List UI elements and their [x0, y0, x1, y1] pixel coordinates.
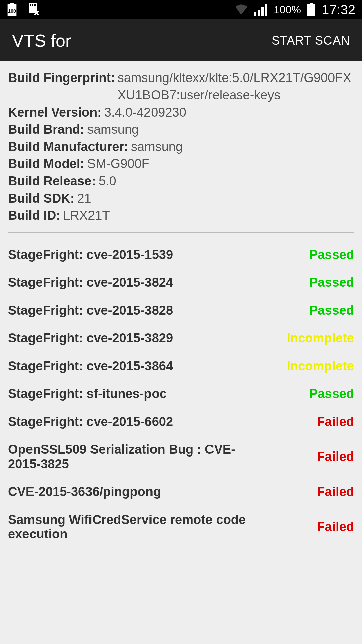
info-value: SM-G900F	[87, 155, 149, 172]
test-name: Samsung WifiCredService remote code exec…	[8, 513, 280, 541]
test-status: Failed	[280, 485, 354, 499]
info-label: Build SDK:	[8, 190, 74, 207]
test-name: StageFright: cve-2015-3829	[8, 331, 280, 345]
battery-small-icon: 100	[7, 3, 17, 16]
signal-icon	[254, 4, 267, 16]
info-label: Build Fingerprint:	[8, 69, 115, 87]
info-label: Build Model:	[8, 155, 84, 172]
svg-rect-0	[10, 3, 14, 4]
test-row[interactable]: StageFright: cve-2015-1539Passed	[8, 241, 354, 269]
clock: 17:32	[322, 2, 355, 17]
divider	[8, 232, 354, 233]
info-row-release: Build Release: 5.0	[8, 173, 354, 190]
info-label: Build Manufacturer:	[8, 138, 128, 155]
svg-text:100: 100	[8, 8, 16, 14]
test-name: StageFright: cve-2015-6602	[8, 415, 280, 429]
info-value: 21	[77, 190, 91, 207]
test-name: StageFright: cve-2015-3864	[8, 359, 280, 373]
info-value: samsung	[131, 138, 183, 155]
status-bar: 100	[0, 0, 362, 19]
wifi-icon	[235, 4, 248, 16]
app-title: VTS for	[12, 31, 71, 51]
info-row-fingerprint: Build Fingerprint: samsung/kltexx/klte:5…	[8, 69, 354, 104]
test-row[interactable]: StageFright: sf-itunes-pocPassed	[8, 380, 354, 408]
info-value: 5.0	[99, 173, 116, 190]
info-label: Build Release:	[8, 173, 96, 190]
battery-percent: 100%	[274, 4, 301, 16]
svg-rect-3	[30, 4, 31, 6]
svg-rect-10	[265, 4, 267, 16]
svg-rect-9	[261, 7, 264, 16]
info-value: 3.4.0-4209230	[104, 104, 186, 121]
info-value: samsung	[87, 121, 139, 138]
test-row[interactable]: StageFright: cve-2015-3864Incomplete	[8, 352, 354, 380]
test-row[interactable]: OpenSSL509 Serialization Bug : CVE-2015-…	[8, 436, 354, 478]
test-name: StageFright: cve-2015-3828	[8, 303, 280, 318]
svg-rect-8	[258, 10, 260, 16]
svg-rect-12	[307, 4, 315, 16]
test-name: StageFright: cve-2015-1539	[8, 248, 280, 262]
test-name: StageFright: cve-2015-3824	[8, 275, 280, 290]
svg-rect-6	[35, 4, 36, 6]
info-label: Build Brand:	[8, 121, 84, 138]
test-row[interactable]: StageFright: cve-2015-3824Passed	[8, 269, 354, 297]
sd-card-error-icon	[27, 3, 39, 16]
start-scan-button[interactable]: START SCAN	[272, 34, 350, 48]
test-row[interactable]: CVE-2015-3636/pingpongFailed	[8, 478, 354, 506]
test-status: Failed	[280, 415, 354, 429]
device-info: Build Fingerprint: samsung/kltexx/klte:5…	[8, 69, 354, 230]
info-row-buildid: Build ID: LRX21T	[8, 207, 354, 224]
test-status: Incomplete	[280, 359, 354, 373]
test-name: OpenSSL509 Serialization Bug : CVE-2015-…	[8, 442, 280, 471]
info-value: LRX21T	[63, 207, 110, 224]
test-status: Passed	[280, 275, 354, 290]
battery-icon	[307, 3, 316, 16]
info-label: Build ID:	[8, 207, 60, 224]
svg-rect-7	[254, 12, 256, 16]
test-row[interactable]: StageFright: cve-2015-3829Incomplete	[8, 324, 354, 352]
status-left: 100	[7, 3, 39, 16]
info-row-sdk: Build SDK: 21	[8, 190, 354, 207]
test-list: StageFright: cve-2015-1539PassedStageFri…	[8, 241, 354, 548]
test-row[interactable]: StageFright: cve-2015-6602Failed	[8, 408, 354, 436]
info-row-model: Build Model: SM-G900F	[8, 155, 354, 172]
svg-rect-5	[34, 4, 35, 6]
content: Build Fingerprint: samsung/kltexx/klte:5…	[0, 61, 362, 556]
action-bar: VTS for START SCAN	[0, 19, 362, 61]
test-status: Passed	[280, 303, 354, 318]
info-row-manufacturer: Build Manufacturer: samsung	[8, 138, 354, 155]
test-status: Failed	[280, 520, 354, 534]
test-row[interactable]: Samsung WifiCredService remote code exec…	[8, 506, 354, 548]
test-name: StageFright: sf-itunes-poc	[8, 387, 280, 401]
info-row-kernel: Kernel Version: 3.4.0-4209230	[8, 104, 354, 121]
test-status: Incomplete	[280, 331, 354, 345]
info-label: Kernel Version:	[8, 104, 102, 121]
test-status: Passed	[280, 248, 354, 262]
svg-rect-4	[32, 4, 33, 6]
test-status: Passed	[280, 387, 354, 401]
test-name: CVE-2015-3636/pingpong	[8, 485, 280, 499]
info-row-brand: Build Brand: samsung	[8, 121, 354, 138]
svg-rect-11	[310, 3, 313, 4]
test-row[interactable]: StageFright: cve-2015-3828Passed	[8, 297, 354, 324]
status-right: 100% 17:32	[235, 2, 355, 17]
info-value: samsung/kltexx/klte:5.0/LRX21T/G900FXXU1…	[118, 69, 354, 104]
test-status: Failed	[280, 449, 354, 464]
